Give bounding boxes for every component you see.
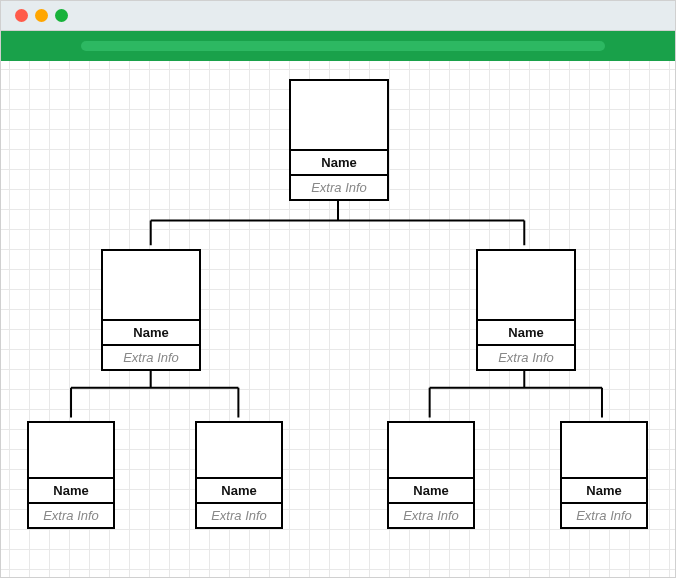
node-photo-placeholder xyxy=(389,423,473,479)
node-name: Name xyxy=(103,321,199,346)
node-extra: Extra Info xyxy=(478,346,574,369)
node-photo-placeholder xyxy=(197,423,281,479)
node-photo-placeholder xyxy=(103,251,199,321)
node-extra: Extra Info xyxy=(197,504,281,527)
org-node-left-right[interactable]: Name Extra Info xyxy=(195,421,283,529)
node-name: Name xyxy=(389,479,473,504)
titlebar xyxy=(1,1,675,31)
ribbon-placeholder xyxy=(81,41,605,51)
node-photo-placeholder xyxy=(562,423,646,479)
ribbon-bar xyxy=(1,31,675,61)
node-extra: Extra Info xyxy=(562,504,646,527)
node-photo-placeholder xyxy=(478,251,574,321)
node-name: Name xyxy=(197,479,281,504)
node-extra: Extra Info xyxy=(103,346,199,369)
node-name: Name xyxy=(478,321,574,346)
diagram-canvas[interactable]: Name Extra Info Name Extra Info Name Ext… xyxy=(1,61,675,577)
node-photo-placeholder xyxy=(291,81,387,151)
node-name: Name xyxy=(562,479,646,504)
window-close-dot[interactable] xyxy=(15,9,28,22)
org-node-root[interactable]: Name Extra Info xyxy=(289,79,389,201)
app-window: Name Extra Info Name Extra Info Name Ext… xyxy=(0,0,676,578)
org-node-right-left[interactable]: Name Extra Info xyxy=(387,421,475,529)
node-extra: Extra Info xyxy=(291,176,387,199)
window-minimize-dot[interactable] xyxy=(35,9,48,22)
node-photo-placeholder xyxy=(29,423,113,479)
org-node-right[interactable]: Name Extra Info xyxy=(476,249,576,371)
node-name: Name xyxy=(291,151,387,176)
org-node-right-right[interactable]: Name Extra Info xyxy=(560,421,648,529)
node-extra: Extra Info xyxy=(29,504,113,527)
org-node-left-left[interactable]: Name Extra Info xyxy=(27,421,115,529)
node-extra: Extra Info xyxy=(389,504,473,527)
node-name: Name xyxy=(29,479,113,504)
org-node-left[interactable]: Name Extra Info xyxy=(101,249,201,371)
window-zoom-dot[interactable] xyxy=(55,9,68,22)
